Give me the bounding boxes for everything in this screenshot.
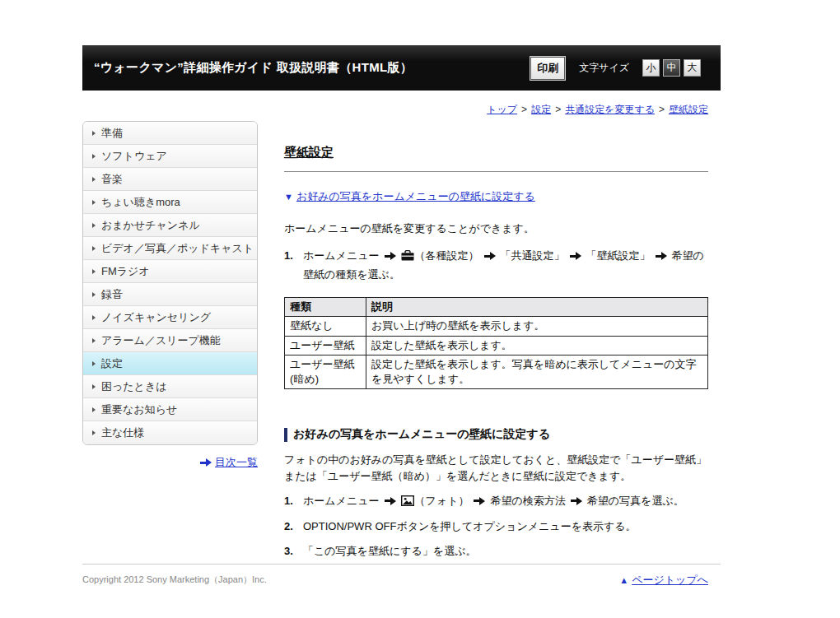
step-number: 1.: [284, 248, 303, 284]
triangle-down-icon: ▼: [284, 192, 293, 202]
right-arrow-icon: [385, 252, 396, 260]
sidebar-nav: 準備 ソフトウェア 音楽 ちょい聴きmora おまかせチャンネル ビデオ／写真／…: [82, 121, 258, 445]
footer: Copyright 2012 Sony Marketing（Japan）Inc.: [82, 564, 721, 586]
sidebar-item-label: ソフトウェア: [101, 149, 167, 164]
step-number: 1.: [284, 493, 303, 512]
sidebar-item-software[interactable]: ソフトウェア: [83, 145, 257, 168]
breadcrumb-link-wallpaper[interactable]: 壁紙設定: [669, 104, 708, 115]
triangle-right-icon: [92, 269, 96, 274]
header-bar: “ウォークマン”詳細操作ガイド 取扱説明書（HTML版） 印刷 文字サイズ 小 …: [82, 45, 721, 91]
breadcrumb: トップ>設定>共通設定を変更する>壁紙設定: [82, 103, 708, 117]
print-button[interactable]: 印刷: [530, 56, 566, 81]
wallpaper-type-table: 種類 説明 壁紙なし お買い上げ時の壁紙を表示します。 ユーザー壁紙 設定した壁…: [284, 297, 708, 390]
table-header-row: 種類 説明: [285, 297, 708, 317]
sidebar-item-label: 主な仕様: [101, 425, 144, 440]
sidebar-item-troubleshooting[interactable]: 困ったときは: [83, 375, 257, 398]
breadcrumb-link-settings[interactable]: 設定: [531, 104, 551, 115]
sidebar-item-fm-radio[interactable]: FMラジオ: [83, 260, 257, 283]
triangle-right-icon: [92, 131, 96, 136]
step-text: 「この写真を壁紙にする」を選ぶ。: [303, 543, 708, 560]
sidebar-item-settings[interactable]: 設定: [83, 352, 257, 375]
sidebar-item-recording[interactable]: 録音: [83, 283, 257, 306]
table-cell-type: ユーザー壁紙: [285, 336, 366, 355]
page-title: 壁紙設定: [284, 145, 334, 159]
table-cell-description: 設定した壁紙を表示します。: [366, 336, 708, 355]
sidebar-item-label: FMラジオ: [101, 264, 150, 279]
right-arrow-icon: [570, 252, 581, 260]
breadcrumb-link-common-settings[interactable]: 共通設定を変更する: [565, 104, 655, 115]
section-body-text: フォトの中のお好みの写真を壁紙として設定しておくと、壁紙設定で「ユーザー壁紙」ま…: [284, 452, 708, 485]
right-arrow-icon: [571, 497, 582, 505]
step-item: 1. ホームメニュー（各種設定）「共通設定」「壁紙設定」希望の壁紙の種類を選ぶ。: [284, 248, 708, 284]
sidebar-item-label: 準備: [101, 126, 123, 141]
sidebar-item-label: 設定: [101, 356, 123, 371]
sidebar-item-music[interactable]: 音楽: [83, 168, 257, 191]
heading-accent-bar: [284, 428, 287, 442]
step-number: 3.: [284, 543, 303, 560]
sidebar-item-preparation[interactable]: 準備: [83, 122, 257, 145]
sidebar-item-label: アラーム／スリープ機能: [101, 333, 221, 348]
table-row: 壁紙なし お買い上げ時の壁紙を表示します。: [285, 317, 708, 337]
right-arrow-icon: [385, 497, 396, 505]
sidebar-item-specifications[interactable]: 主な仕様: [83, 421, 257, 444]
triangle-right-icon: [92, 292, 96, 297]
step-body: ホームメニュー（各種設定）「共通設定」「壁紙設定」希望の壁紙の種類を選ぶ。: [303, 248, 708, 284]
table-header-description: 説明: [366, 297, 708, 317]
font-size-large-button[interactable]: 大: [684, 59, 701, 77]
font-size-small-button[interactable]: 小: [642, 59, 660, 77]
sidebar-item-label: ビデオ／写真／ポッドキャスト: [101, 241, 254, 256]
table-cell-description: お買い上げ時の壁紙を表示します。: [366, 317, 708, 337]
triangle-right-icon: [92, 361, 96, 366]
sidebar-item-label: 重要なお知らせ: [101, 402, 177, 417]
triangle-right-icon: [92, 338, 96, 343]
triangle-right-icon: [92, 430, 96, 435]
step-text: 希望の検索方法: [490, 495, 565, 507]
sidebar-item-important-notice[interactable]: 重要なお知らせ: [83, 398, 257, 421]
anchor-link-set-photo-wallpaper[interactable]: お好みの写真をホームメニューの壁紙に設定する: [296, 190, 535, 202]
copyright-text: Copyright 2012 Sony Marketing（Japan）Inc.: [82, 574, 267, 584]
sidebar-item-alarm-sleep[interactable]: アラーム／スリープ機能: [83, 329, 257, 352]
triangle-right-icon: [92, 407, 96, 412]
triangle-right-icon: [92, 223, 96, 228]
page-title-block: 壁紙設定: [284, 145, 708, 172]
sidebar-item-noise-canceling[interactable]: ノイズキャンセリング: [83, 306, 257, 329]
sidebar-item-label: ちょい聴きmora: [101, 195, 180, 210]
triangle-right-icon: [92, 177, 96, 182]
step-text: 希望の写真を選ぶ。: [587, 495, 684, 507]
table-row: ユーザー壁紙(暗め) 設定した壁紙を表示します。写真を暗めに表示してメニューの文…: [285, 355, 708, 389]
various-settings-toolbox-icon: [401, 249, 414, 267]
font-size-buttons: 小 中 大: [642, 59, 701, 77]
step-number: 2.: [284, 518, 303, 536]
step-text: 「共通設定」: [501, 249, 565, 262]
sidebar-item-video-photo-podcast[interactable]: ビデオ／写真／ポッドキャスト: [83, 237, 257, 260]
app-title: “ウォークマン”詳細操作ガイド 取扱説明書（HTML版）: [94, 60, 413, 76]
toc-link-row: 目次一覧: [82, 455, 258, 470]
table-cell-type: 壁紙なし: [285, 317, 366, 337]
right-arrow-icon: [656, 252, 667, 260]
step-text: ホームメニュー: [303, 495, 380, 507]
triangle-right-icon: [92, 384, 96, 389]
breadcrumb-link-top[interactable]: トップ: [487, 104, 517, 115]
sidebar-item-label: 困ったときは: [101, 379, 167, 394]
sidebar-item-choi-kiki-mora[interactable]: ちょい聴きmora: [83, 191, 257, 214]
toc-link[interactable]: 目次一覧: [215, 456, 258, 468]
step-item: 3. 「この写真を壁紙にする」を選ぶ。: [284, 543, 708, 560]
section-steps: 1. ホームメニュー（フォト）希望の検索方法希望の写真を選ぶ。 2. OPTIO…: [284, 493, 708, 560]
triangle-right-icon: [92, 315, 96, 320]
sidebar-item-label: ノイズキャンセリング: [101, 310, 211, 325]
step-text: （各種設定）: [415, 249, 479, 262]
table-row: ユーザー壁紙 設定した壁紙を表示します。: [285, 336, 708, 355]
step-text: 「壁紙設定」: [586, 249, 651, 262]
breadcrumb-separator: >: [521, 104, 527, 115]
step-item: 1. ホームメニュー（フォト）希望の検索方法希望の写真を選ぶ。: [284, 493, 708, 512]
font-size-medium-button[interactable]: 中: [663, 59, 680, 77]
header-controls: 印刷 文字サイズ 小 中 大: [530, 56, 701, 81]
breadcrumb-separator: >: [659, 104, 665, 115]
step-body: ホームメニュー（フォト）希望の検索方法希望の写真を選ぶ。: [303, 493, 708, 512]
sidebar-item-omakase-channel[interactable]: おまかせチャンネル: [83, 214, 257, 237]
right-arrow-icon: [200, 458, 212, 467]
triangle-right-icon: [92, 246, 96, 251]
main-content: 壁紙設定 ▼お好みの写真をホームメニューの壁紙に設定する ホームメニューの壁紙を…: [284, 145, 708, 588]
section-heading: お好みの写真をホームメニューの壁紙に設定する: [293, 427, 550, 442]
triangle-right-icon: [92, 200, 96, 205]
